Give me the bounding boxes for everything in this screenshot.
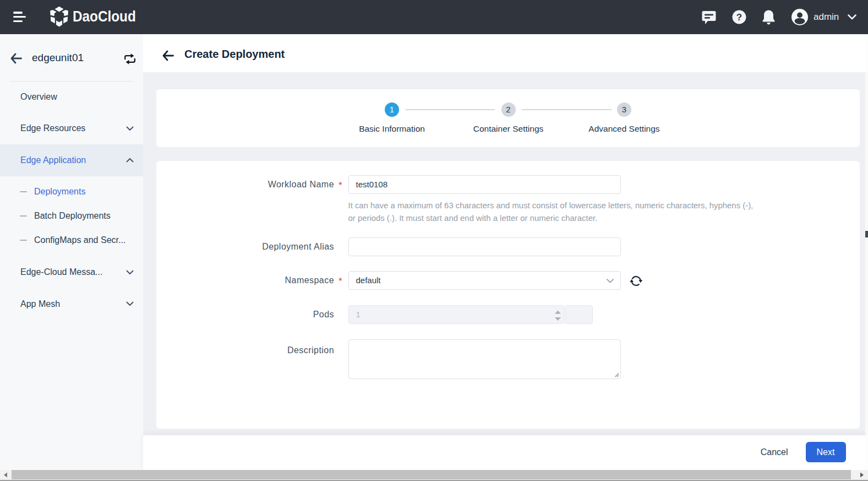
svg-text:?: ? [736,12,742,23]
